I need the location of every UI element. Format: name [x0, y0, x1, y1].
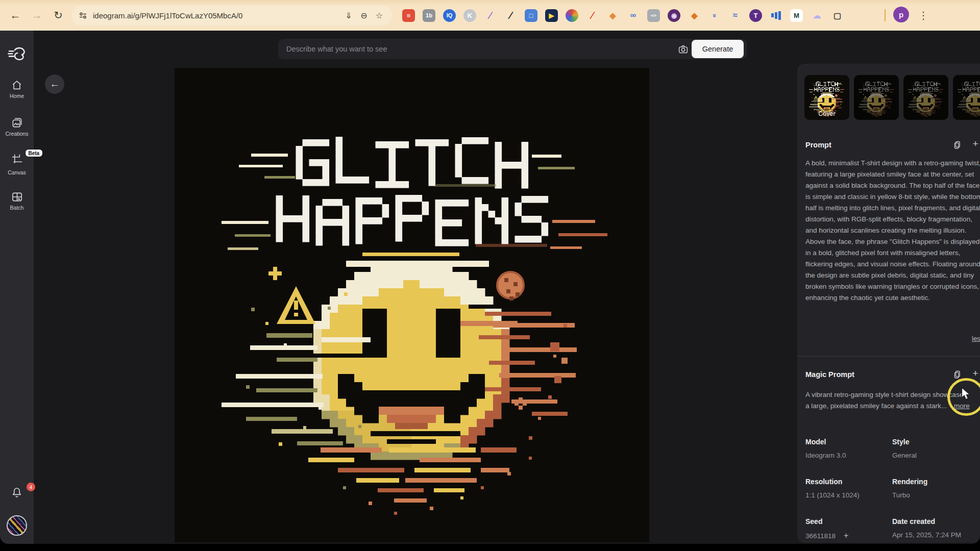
extension-eye-icon[interactable]: ◉: [668, 9, 680, 22]
extension-ghost-icon[interactable]: ☁: [811, 9, 823, 22]
extension-color-wheel-icon[interactable]: [566, 9, 578, 22]
extension-onetab-icon[interactable]: 1b: [423, 9, 435, 22]
sidebar: Home Creations Beta Canvas: [0, 31, 34, 544]
model-value: Ideogram 3.0: [805, 452, 846, 459]
extension-blue-tool-icon[interactable]: ≈: [729, 9, 742, 22]
url-text[interactable]: ideogram.ai/g/PlWJFj1lToCwLazY05MbcA/0: [93, 11, 341, 20]
extension-icons-row: ≡1bIQK∕∕□▶∕◆∞</>◉◆»≈TM☁▢: [402, 0, 844, 31]
generated-image: [175, 68, 649, 542]
thumbnail-3[interactable]: [903, 75, 948, 120]
resolution-label: Resolution: [805, 478, 842, 486]
sidebar-item-batch[interactable]: Batch: [0, 191, 34, 211]
extension-metamask-icon[interactable]: ◆: [688, 9, 701, 22]
prompt-text: A bold, minimalist T-shirt design with a…: [805, 158, 980, 304]
prompt-bar: Generate: [278, 39, 747, 59]
sidebar-item-creations[interactable]: Creations: [0, 117, 34, 137]
extension-chevrons-icon[interactable]: »: [708, 9, 721, 22]
generate-button[interactable]: Generate: [692, 40, 744, 58]
extension-play-icon[interactable]: ▶: [545, 9, 558, 22]
resolution-value: 1:1 (1024 x 1024): [805, 491, 860, 499]
zoom-out-icon[interactable]: ⊖: [356, 8, 372, 23]
extension-medium-icon[interactable]: M: [790, 9, 803, 22]
beta-badge: Beta: [25, 149, 43, 157]
prompt-section-title: Prompt: [805, 141, 831, 149]
thumbnail-2[interactable]: [854, 75, 899, 120]
extension-screenshot-icon[interactable]: □: [525, 9, 537, 22]
extension-bar-chart-icon[interactable]: [770, 9, 782, 22]
date-created-label: Date created: [892, 517, 935, 525]
sidebar-item-label: Canvas: [0, 169, 34, 176]
copy-magic-prompt-icon[interactable]: [951, 368, 963, 380]
browser-profile-avatar[interactable]: p: [893, 7, 909, 22]
style-label: Style: [892, 438, 909, 446]
bookmark-star-icon[interactable]: ☆: [372, 8, 387, 23]
notification-count-badge: 4: [27, 483, 35, 491]
sidebar-item-home[interactable]: Home: [0, 80, 34, 99]
browser-reload-icon[interactable]: ↻: [50, 7, 66, 23]
sidebar-item-canvas[interactable]: Beta Canvas: [0, 154, 34, 176]
toolbar-separator: [885, 9, 886, 21]
add-magic-prompt-icon[interactable]: +: [970, 368, 980, 379]
rendering-value: Turbo: [892, 491, 910, 499]
generation-details-panel: Cover Prompt + A bold, minimalist T-shir…: [797, 64, 980, 543]
cover-label: Cover: [804, 110, 849, 117]
browser-toolbar: ← → ↻ ideogram.ai/g/PlWJFj1lToCwLazY05Mb…: [0, 0, 980, 31]
site-settings-icon[interactable]: [79, 11, 87, 20]
show-more-link[interactable]: more: [954, 402, 970, 410]
extension-todoist-icon[interactable]: ≡: [402, 9, 415, 22]
sidebar-item-label: Batch: [0, 205, 34, 211]
magic-prompt-section-title: Magic Prompt: [805, 370, 854, 379]
model-label: Model: [805, 438, 826, 446]
extension-link-icon[interactable]: ∞: [627, 9, 640, 22]
extension-eyedropper-icon[interactable]: ∕: [504, 9, 517, 22]
thumbnail-cover[interactable]: Cover: [804, 75, 849, 120]
extension-quill-icon[interactable]: ∕: [484, 9, 497, 22]
extension-cat-icon[interactable]: ◆: [606, 9, 619, 22]
section-divider: [797, 356, 980, 357]
copy-seed-plus-icon[interactable]: +: [844, 531, 848, 540]
browser-back-icon[interactable]: ←: [7, 7, 23, 23]
browser-menu-icon[interactable]: ⋮: [917, 7, 930, 23]
browser-forward-icon[interactable]: →: [29, 7, 45, 23]
sidebar-item-label: Creations: [0, 131, 34, 137]
extension-code-icon[interactable]: </>: [647, 9, 660, 22]
rendering-label: Rendering: [892, 478, 927, 486]
magic-prompt-text-line1: A vibrant retro-gaming style t-shirt des…: [805, 391, 980, 398]
notifications-bell[interactable]: 4: [0, 486, 34, 500]
seed-label: Seed: [805, 517, 822, 525]
copy-prompt-icon[interactable]: [951, 139, 963, 150]
user-avatar[interactable]: [7, 515, 27, 536]
extension-t-circle-icon[interactable]: T: [749, 9, 762, 22]
camera-icon[interactable]: [674, 40, 692, 58]
prompt-input[interactable]: [286, 45, 674, 53]
thumbnail-4[interactable]: [953, 75, 980, 120]
address-bar[interactable]: ideogram.ai/g/PlWJFj1lToCwLazY05MbcA/0 ⇓…: [71, 5, 392, 26]
extension-extensions-puzzle-icon[interactable]: ▢: [831, 9, 844, 22]
install-app-icon[interactable]: ⇓: [341, 8, 356, 23]
show-less-link[interactable]: less: [972, 335, 980, 342]
ideogram-logo[interactable]: [0, 44, 34, 63]
sidebar-item-label: Home: [0, 93, 34, 99]
date-created-value: Apr 15, 2025, 7:24 PM: [892, 531, 961, 539]
extension-red-pen-icon[interactable]: ∕: [586, 9, 599, 22]
seed-value: 36611818+: [805, 531, 848, 540]
extension-k-app-icon[interactable]: K: [463, 9, 476, 22]
magic-prompt-text-line2: a large, pixelated smiley face against a…: [805, 402, 980, 410]
add-prompt-icon[interactable]: +: [970, 138, 980, 149]
style-value: General: [892, 452, 917, 459]
ideogram-app: Home Creations Beta Canvas: [0, 31, 980, 544]
extension-iq-icon[interactable]: IQ: [443, 9, 456, 22]
glitch-happens-artwork: [175, 68, 649, 542]
back-button[interactable]: ←: [45, 74, 64, 94]
thumbnail-strip: Cover: [804, 75, 980, 120]
